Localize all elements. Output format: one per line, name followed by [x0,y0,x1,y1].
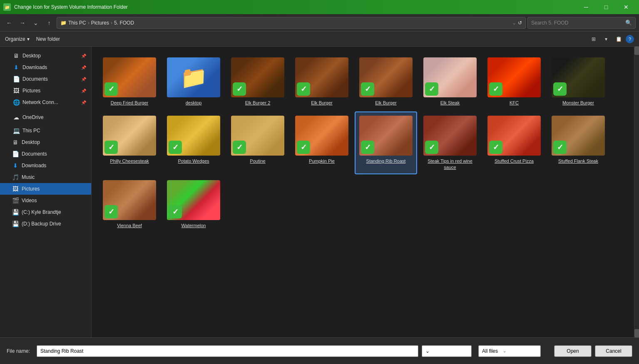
help-button[interactable]: ? [626,35,634,43]
breadcrumb-refresh[interactable]: ↺ [518,20,522,26]
file-label-poutine: Poutine [250,158,265,164]
file-item-elk[interactable]: ✓Elk Burger [291,53,353,110]
file-item-standing-rib[interactable]: ✓Standing Rib Roast [355,111,417,174]
file-item-desktop[interactable]: 📁desktop [162,53,225,110]
file-item-steak-tips[interactable]: ✓Steak Tips in red wine sauce [419,111,481,174]
file-label-stuffed-crust: Stuffed Crust Pizza [495,158,534,164]
sidebar-item-pictures-quick[interactable]: 🖼 Pictures 📌 [0,85,91,97]
maximize-button[interactable]: □ [597,0,616,14]
check-overlay-kfc: ✓ [489,82,502,96]
file-thumb-wrap-standing-rib: ✓ [359,116,413,156]
sidebar-item-music-pc[interactable]: 🎵 Music [0,171,91,183]
toolbar: ← → ⌄ ↑ 📁 This PC › Pictures › 5. FOOD ⌄… [0,14,639,32]
bottom-buttons: Open Cancel [554,345,632,357]
file-thumb-wrap-pumpkin: ✓ [295,116,348,156]
sidebar-item-desktop-quick[interactable]: 🖥 Desktop 📌 [0,50,91,62]
file-item-elk-steak[interactable]: ✓Elk Steak [419,53,481,110]
sidebar-item-desktop-pc[interactable]: 🖥 Desktop [0,136,91,148]
file-item-vienna[interactable]: ✓Vienna Beef [98,176,161,233]
filename-dropdown-button[interactable]: ⌄ [422,345,472,357]
music-icon: 🎵 [12,173,19,181]
network-icon: 🌐 [12,99,20,106]
file-grid: ✓Deep Fried Burger📁desktop✓Elk Burger 2✓… [98,53,627,233]
sidebar-item-videos-pc[interactable]: 🎬 Videos [0,195,91,206]
file-item-deep-fried[interactable]: ✓Deep Fried Burger [98,53,161,110]
computer-icon: 💻 [12,127,20,134]
file-label-elk3: Elk Burger [375,100,396,106]
details-pane-button[interactable]: 📋 [613,34,624,45]
check-overlay-pumpkin: ✓ [297,141,310,154]
check-overlay-watermelon: ✓ [169,205,182,218]
view-controls: ⊞ ▾ 📋 ? [588,34,634,45]
sidebar-item-network-conn[interactable]: 🌐 Network Conn... 📌 [0,97,91,108]
view-options-button[interactable]: ⊞ [588,34,599,45]
sidebar-item-d-drive[interactable]: 💾 (D:) Backup Drive [0,218,91,230]
file-thumb-wrap-elk3: ✓ [359,57,413,97]
view-dropdown-button[interactable]: ▾ [601,34,612,45]
up-button[interactable]: ↑ [43,17,55,29]
sidebar-item-documents-pc[interactable]: 📄 Documents [0,148,91,160]
cancel-button[interactable]: Cancel [595,345,632,357]
file-label-steak-tips: Steak Tips in red wine sauce [421,158,479,170]
organize-button[interactable]: Organize ▾ [5,36,30,42]
documents-icon: 📄 [12,75,20,83]
check-overlay-deep-fried: ✓ [104,82,118,96]
file-item-stuffed-crust[interactable]: ✓Stuffed Crust Pizza [483,111,545,174]
filetype-label: All files [482,348,498,354]
file-item-elk2[interactable]: ✓Elk Burger 2 [226,53,289,110]
file-label-pumpkin: Pumpkin Pie [309,158,335,164]
breadcrumb-this-pc[interactable]: This PC [68,20,86,26]
sidebar-item-onedrive[interactable]: ☁ OneDrive [0,111,91,123]
sidebar-item-downloads-quick[interactable]: ⬇ Downloads 📌 [0,62,91,73]
app-icon: 📁 [3,3,11,11]
check-overlay-elk2: ✓ [233,82,246,96]
new-folder-button[interactable]: New folder [36,36,60,42]
minimize-button[interactable]: ─ [577,0,596,14]
organize-label: Organize [5,36,25,42]
scrollbar-right[interactable] [634,47,639,337]
file-item-potato[interactable]: ✓Potato Wedges [162,111,225,174]
file-item-philly[interactable]: ✓Philly Cheesesteak [98,111,161,174]
file-item-monster[interactable]: ✓Monster Burger [547,53,609,110]
filename-input-wrap: ⌄ [37,345,472,357]
breadcrumb-dropdown[interactable]: ⌄ [512,20,516,26]
sidebar-item-this-pc[interactable]: 💻 This PC [0,125,91,136]
breadcrumb-food[interactable]: 5. FOOD [114,20,134,26]
sidebar-label-network: Network Conn... [22,99,58,105]
file-thumb-wrap-vienna: ✓ [103,180,156,220]
title-bar-left: 📁 Change Icon for System Volume Informat… [3,3,128,11]
file-thumb-wrap-elk2: ✓ [231,57,284,97]
sidebar-item-pictures-pc[interactable]: 🖼 Pictures [0,183,91,195]
scrollbar-thumb-top[interactable] [634,47,639,55]
sidebar-item-downloads-pc[interactable]: ⬇ Downloads [0,160,91,171]
back-button[interactable]: ← [3,17,15,29]
open-button[interactable]: Open [554,345,592,357]
file-item-kfc[interactable]: ✓KFC [483,53,545,110]
documents-pc-icon: 📄 [12,150,19,158]
onedrive-icon: ☁ [12,114,20,121]
file-label-stuffed-flank: Stuffed Flank Steak [558,158,598,164]
file-item-stuffed-flank[interactable]: ✓Stuffed Flank Steak [547,111,609,174]
file-item-elk3[interactable]: ✓Elk Burger [355,53,417,110]
file-item-watermelon[interactable]: ✓Watermelon [162,176,225,233]
sidebar-label-this-pc: This PC [22,128,40,134]
search-input[interactable] [531,20,625,26]
pin-icon: 📌 [81,89,86,93]
close-button[interactable]: ✕ [617,0,636,14]
sidebar-label-pictures-pc: Pictures [22,186,40,192]
c-drive-icon: 💾 [12,208,19,216]
scrollbar-thumb-bottom[interactable] [634,329,639,337]
bottom-bar: File name: ⌄ All files ⌄ Open Cancel [0,337,639,364]
filename-input[interactable] [37,345,418,357]
breadcrumb-pictures[interactable]: Pictures [91,20,109,26]
sidebar-item-c-drive[interactable]: 💾 (C:) Kyle Brandtje [0,206,91,218]
sidebar-item-documents-quick[interactable]: 📄 Documents 📌 [0,73,91,85]
breadcrumb[interactable]: 📁 This PC › Pictures › 5. FOOD ⌄ ↺ [57,17,526,29]
forward-button[interactable]: → [17,17,28,29]
file-item-pumpkin[interactable]: ✓Pumpkin Pie [291,111,353,174]
filetype-dropdown-button[interactable]: All files ⌄ [478,345,541,357]
file-label-elk: Elk Burger [311,100,332,106]
file-thumb-wrap-philly: ✓ [103,116,156,156]
recent-locations-button[interactable]: ⌄ [30,17,42,29]
file-item-poutine[interactable]: ✓Poutine [226,111,289,174]
